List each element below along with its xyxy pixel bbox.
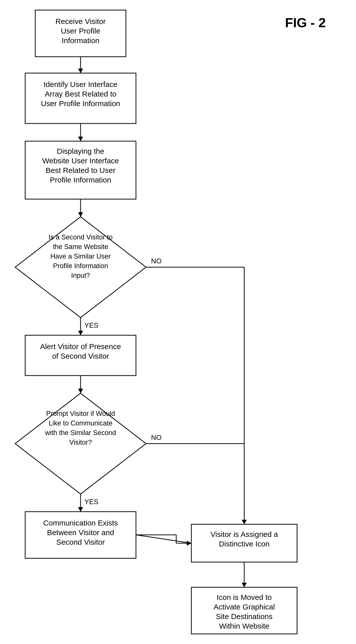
svg-text:NO: NO	[151, 257, 162, 265]
svg-text:Website User Interface: Website User Interface	[42, 157, 119, 165]
svg-text:Profile Information: Profile Information	[50, 176, 111, 184]
svg-text:Activate Graphical: Activate Graphical	[213, 603, 275, 611]
svg-rect-0	[35, 10, 126, 57]
svg-text:Site Destinations: Site Destinations	[216, 612, 272, 621]
svg-text:YES: YES	[84, 321, 98, 329]
svg-marker-5	[78, 69, 83, 73]
svg-text:Visitor?: Visitor?	[69, 439, 92, 446]
svg-text:the Same Website: the Same Website	[53, 243, 108, 251]
svg-marker-34	[15, 393, 146, 494]
svg-text:Best Related to User: Best Related to User	[46, 166, 116, 174]
svg-text:Between Visitor and: Between Visitor and	[47, 528, 114, 537]
svg-text:Alert Visitor of Presence: Alert Visitor of Presence	[40, 342, 121, 351]
svg-marker-28	[78, 331, 83, 335]
svg-rect-12	[25, 141, 136, 199]
svg-marker-19	[15, 217, 146, 318]
svg-text:Second Visitor: Second Visitor	[56, 538, 105, 546]
svg-text:NO: NO	[151, 434, 162, 441]
svg-marker-33	[78, 389, 83, 393]
fig-label: FIG - 2	[285, 15, 326, 30]
svg-text:Information: Information	[62, 36, 99, 45]
svg-text:Icon is Moved to: Icon is Moved to	[217, 593, 272, 601]
svg-text:of Second Visitor: of Second Visitor	[52, 352, 109, 360]
svg-marker-65	[242, 583, 247, 587]
svg-rect-29	[25, 335, 136, 376]
svg-text:Like to Communicate: Like to Communicate	[49, 419, 113, 427]
svg-text:User Profile: User Profile	[61, 27, 100, 35]
svg-rect-43	[25, 512, 136, 558]
svg-text:Have a Similar User: Have a Similar User	[50, 253, 111, 260]
svg-text:Distinctive Icon: Distinctive Icon	[219, 540, 270, 548]
svg-text:with the Similar Second: with the Similar Second	[45, 429, 116, 437]
svg-text:Within Website: Within Website	[219, 622, 269, 630]
svg-marker-42	[78, 507, 83, 512]
svg-text:Visitor is Assigned a: Visitor is Assigned a	[210, 530, 278, 538]
page: FIG - 2 Receive Visitor User Profile Inf…	[0, 0, 356, 644]
svg-marker-57	[242, 520, 247, 524]
svg-text:Identify User Interface: Identify User Interface	[44, 80, 117, 88]
svg-text:Displaying the: Displaying the	[57, 147, 104, 155]
svg-text:YES: YES	[84, 498, 98, 506]
svg-marker-63	[187, 541, 191, 546]
svg-text:Profile Information: Profile Information	[53, 262, 108, 270]
svg-rect-6	[25, 73, 136, 124]
svg-text:Prompt Visitor if Would: Prompt Visitor if Would	[46, 410, 115, 417]
svg-marker-11	[78, 137, 83, 141]
svg-text:Receive Visitor: Receive Visitor	[55, 17, 106, 25]
svg-text:Is a Second Visitor to: Is a Second Visitor to	[49, 233, 113, 241]
svg-rect-47	[191, 524, 297, 562]
svg-text:Input?: Input?	[71, 272, 90, 279]
svg-text:Communication Exists: Communication Exists	[43, 519, 118, 527]
svg-line-59	[136, 535, 191, 543]
svg-text:User Profile Information: User Profile Information	[41, 99, 120, 108]
svg-text:Array Best Related to: Array Best Related to	[45, 90, 116, 98]
flowchart-svg: Receive Visitor User Profile Information…	[0, 0, 327, 635]
svg-rect-50	[191, 587, 297, 634]
svg-marker-18	[78, 212, 83, 217]
